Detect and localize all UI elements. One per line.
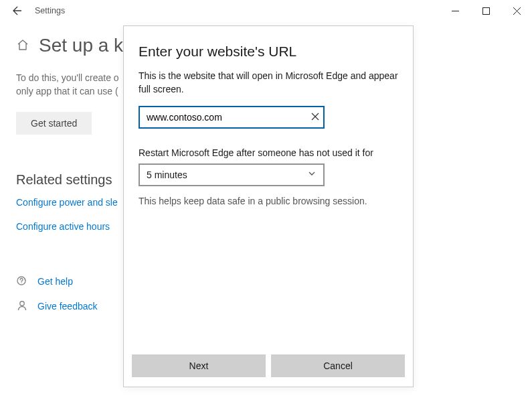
maximize-button[interactable] <box>470 0 501 21</box>
minimize-icon <box>452 7 459 15</box>
close-button[interactable] <box>501 0 532 21</box>
home-icon <box>16 38 29 54</box>
chevron-down-icon <box>307 169 317 180</box>
configure-active-hours-link[interactable]: Configure active hours <box>16 221 110 232</box>
maximize-icon <box>482 7 490 15</box>
svg-rect-0 <box>482 7 489 14</box>
help-icon <box>16 275 28 289</box>
dialog-title: Enter your website's URL <box>139 44 398 60</box>
give-feedback-link[interactable]: Give feedback <box>37 301 98 312</box>
select-value: 5 minutes <box>147 170 187 180</box>
titlebar: Settings <box>0 0 532 21</box>
arrow-left-icon <box>12 5 23 16</box>
window-title: Settings <box>35 6 65 15</box>
cancel-button[interactable]: Cancel <box>271 354 405 377</box>
restart-timeout-select[interactable]: 5 minutes <box>139 163 325 186</box>
minimize-button[interactable] <box>440 0 470 21</box>
back-button[interactable] <box>5 0 29 21</box>
get-help-link[interactable]: Get help <box>37 276 73 287</box>
configure-power-link[interactable]: Configure power and sle <box>16 197 118 208</box>
svg-point-2 <box>20 301 24 305</box>
page-title: Set up a k <box>39 35 123 56</box>
feedback-icon <box>16 299 28 314</box>
get-started-button[interactable]: Get started <box>16 112 92 135</box>
dialog-description: This is the website that will open in Mi… <box>139 69 398 96</box>
restart-label: Restart Microsoft Edge after someone has… <box>139 147 398 158</box>
url-input[interactable] <box>139 106 325 129</box>
url-dialog: Enter your website's URL This is the web… <box>123 25 414 387</box>
helper-text: This helps keep data safe in a public br… <box>139 196 398 206</box>
window-controls <box>440 0 532 21</box>
close-icon <box>513 7 521 15</box>
x-icon <box>311 113 319 121</box>
next-button[interactable]: Next <box>132 354 266 377</box>
clear-input-button[interactable] <box>311 112 319 123</box>
